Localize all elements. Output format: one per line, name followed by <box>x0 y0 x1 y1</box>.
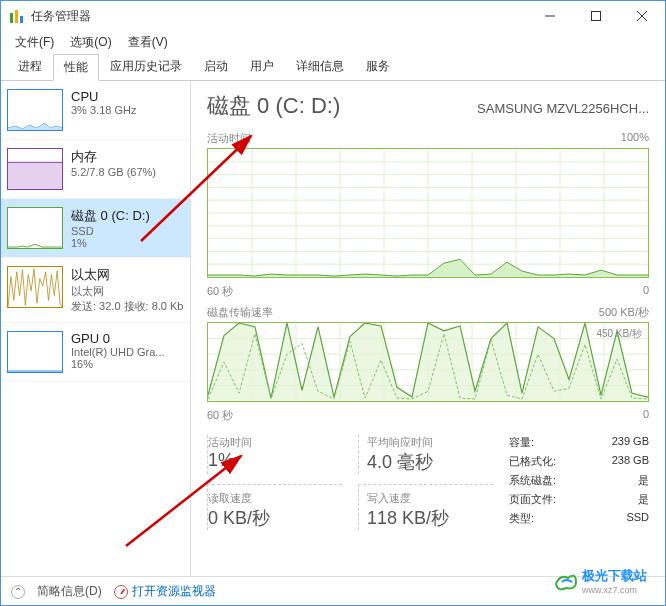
cpu-thumb-graph <box>7 89 63 131</box>
sidebar-item-label: GPU 0 <box>71 331 184 346</box>
disk-thumb-graph <box>7 207 63 249</box>
tab-performance[interactable]: 性能 <box>53 54 99 81</box>
tab-history[interactable]: 应用历史记录 <box>99 53 193 80</box>
menu-view[interactable]: 查看(V) <box>122 32 174 53</box>
ethernet-thumb-graph <box>7 266 63 308</box>
info-system-value: 是 <box>638 473 649 488</box>
chart1-xleft: 60 秒 <box>207 284 233 299</box>
maximize-button[interactable] <box>573 1 619 31</box>
sidebar-item-label: CPU <box>71 89 184 104</box>
sidebar-item-sub: SSD <box>71 225 184 237</box>
sidebar-item-sub2: 1% <box>71 237 184 249</box>
memory-thumb-graph <box>7 148 63 190</box>
tab-strip: 进程 性能 应用历史记录 启动 用户 详细信息 服务 <box>1 53 665 81</box>
resource-monitor-link[interactable]: 打开资源监视器 <box>114 583 216 600</box>
info-capacity-value: 239 GB <box>612 435 649 450</box>
chart1-max: 100% <box>621 131 649 146</box>
performance-sidebar: CPU 3% 3.18 GHz 内存 5.2/7.8 GB (67%) 磁盘 0… <box>1 81 191 576</box>
stat-write-value: 118 KB/秒 <box>367 506 493 530</box>
info-pagefile-label: 页面文件: <box>509 492 556 507</box>
sidebar-item-label: 以太网 <box>71 266 184 284</box>
sidebar-item-sub: 3% 3.18 GHz <box>71 104 184 116</box>
tab-processes[interactable]: 进程 <box>7 53 53 80</box>
window-controls <box>527 1 665 31</box>
stats-area: 活动时间 1% 平均响应时间 4.0 毫秒 读取速度 0 KB/秒 写入速度 1… <box>207 435 649 530</box>
info-capacity-label: 容量: <box>509 435 534 450</box>
close-button[interactable] <box>619 1 665 31</box>
info-type-label: 类型: <box>509 511 534 526</box>
chart2-xright: 0 <box>643 408 649 423</box>
watermark-site: 极光下载站 <box>582 567 647 585</box>
activity-chart <box>207 148 649 278</box>
gpu-thumb-graph <box>7 331 63 373</box>
chart1-xright: 0 <box>643 284 649 299</box>
sidebar-item-gpu[interactable]: GPU 0 Intel(R) UHD Gra... 16% <box>1 323 190 382</box>
tab-services[interactable]: 服务 <box>355 53 401 80</box>
watermark: 极光下载站 www.xz7.com <box>552 567 647 595</box>
tab-details[interactable]: 详细信息 <box>285 53 355 80</box>
stat-write-label: 写入速度 <box>367 491 493 506</box>
sidebar-item-sub2: 发送: 32.0 接收: 8.0 Kb <box>71 299 184 314</box>
sidebar-item-ethernet[interactable]: 以太网 以太网 发送: 32.0 接收: 8.0 Kb <box>1 258 190 323</box>
window-title: 任务管理器 <box>31 8 527 25</box>
chart2-label: 磁盘传输速率 <box>207 305 273 320</box>
sidebar-item-label: 磁盘 0 (C: D:) <box>71 207 184 225</box>
menu-bar: 文件(F) 选项(O) 查看(V) <box>1 31 665 53</box>
stat-active-label: 活动时间 <box>208 435 342 450</box>
content-area: CPU 3% 3.18 GHz 内存 5.2/7.8 GB (67%) 磁盘 0… <box>1 81 665 576</box>
stat-resp-label: 平均响应时间 <box>367 435 493 450</box>
tab-users[interactable]: 用户 <box>239 53 285 80</box>
svg-rect-1 <box>15 10 18 23</box>
window-titlebar: 任务管理器 <box>1 1 665 31</box>
sidebar-item-label: 内存 <box>71 148 184 166</box>
sidebar-item-sub: 5.2/7.8 GB (67%) <box>71 166 184 178</box>
sidebar-item-sub2: 16% <box>71 358 184 370</box>
brief-info-link[interactable]: 简略信息(D) <box>37 583 102 600</box>
chart1-label: 活动时间 <box>207 131 251 146</box>
transfer-chart: 450 KB/秒 <box>207 322 649 402</box>
chart2-xleft: 60 秒 <box>207 408 233 423</box>
resource-monitor-label: 打开资源监视器 <box>132 583 216 600</box>
stat-active-value: 1% <box>208 450 342 471</box>
chevron-up-icon[interactable]: ⌃ <box>11 585 25 599</box>
info-formatted-label: 已格式化: <box>509 454 556 469</box>
svg-rect-4 <box>592 12 601 21</box>
sidebar-item-sub: Intel(R) UHD Gra... <box>71 346 184 358</box>
svg-marker-8 <box>8 162 62 189</box>
main-pane: 磁盘 0 (C: D:) SAMSUNG MZVL2256HCH... 活动时间… <box>191 81 665 576</box>
info-pagefile-value: 是 <box>638 492 649 507</box>
sidebar-item-sub: 以太网 <box>71 284 184 299</box>
sidebar-item-cpu[interactable]: CPU 3% 3.18 GHz <box>1 81 190 140</box>
device-model: SAMSUNG MZVL2256HCH... <box>477 101 649 116</box>
svg-rect-0 <box>10 13 13 23</box>
watermark-icon <box>552 570 578 592</box>
page-title: 磁盘 0 (C: D:) <box>207 91 340 121</box>
stat-read-label: 读取速度 <box>208 491 342 506</box>
chart2-max: 500 KB/秒 <box>599 305 649 320</box>
app-icon <box>9 8 25 24</box>
info-type-value: SSD <box>626 511 649 526</box>
menu-options[interactable]: 选项(O) <box>64 32 117 53</box>
stat-resp-value: 4.0 毫秒 <box>367 450 493 474</box>
tab-startup[interactable]: 启动 <box>193 53 239 80</box>
watermark-url: www.xz7.com <box>582 585 647 595</box>
info-system-label: 系统磁盘: <box>509 473 556 488</box>
monitor-icon <box>114 585 128 599</box>
stat-read-value: 0 KB/秒 <box>208 506 342 530</box>
minimize-button[interactable] <box>527 1 573 31</box>
menu-file[interactable]: 文件(F) <box>9 32 60 53</box>
chart2-inner-label: 450 KB/秒 <box>596 327 642 341</box>
info-formatted-value: 238 GB <box>612 454 649 469</box>
sidebar-item-disk[interactable]: 磁盘 0 (C: D:) SSD 1% <box>1 199 190 258</box>
svg-rect-2 <box>20 16 23 23</box>
sidebar-item-memory[interactable]: 内存 5.2/7.8 GB (67%) <box>1 140 190 199</box>
